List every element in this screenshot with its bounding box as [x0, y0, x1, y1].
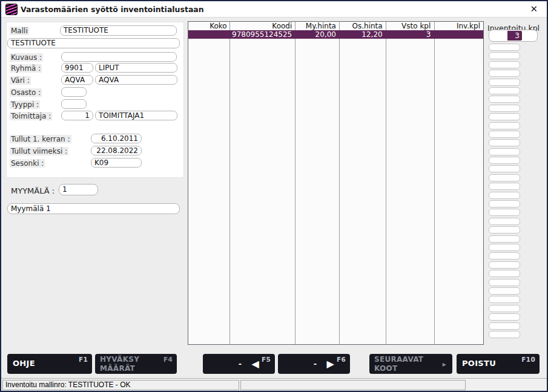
tullut-viimeksi-field[interactable]: 22.08.2022 — [91, 146, 142, 155]
hyvaksy-maarat-button[interactable]: HYVÄKSY MÄÄRÄT F4 — [95, 354, 177, 374]
malli-field[interactable]: TESTITUOTE — [60, 25, 177, 36]
size-table: Koko Koodi My.hinta Os.hinta Vsto kpl In… — [188, 21, 484, 345]
column-header-vstokpl: Vsto kpl — [386, 22, 434, 30]
text-caret — [521, 31, 522, 40]
inventory-input[interactable] — [489, 192, 520, 199]
inventory-input[interactable] — [489, 270, 520, 277]
inventory-input[interactable] — [489, 287, 520, 295]
next-size-button[interactable]: - ▶ F6 — [278, 354, 350, 374]
inventory-input[interactable] — [489, 226, 520, 234]
toimittaja-label: Toimittaja : — [10, 112, 52, 120]
window-title: Varastomäärien syöttö inventointialustaa… — [21, 5, 204, 14]
tyyppi-field[interactable] — [61, 99, 87, 109]
poistu-button-label: POISTU — [462, 359, 496, 368]
seuraavat-koot-button[interactable]: SEURAAVAT KOOT ▸ — [369, 354, 452, 374]
dash-label: - — [314, 359, 317, 368]
tyyppi-label: Tyyppi : — [10, 100, 40, 109]
myymala-name-field[interactable]: Myymälä 1 — [7, 203, 180, 214]
inventory-input[interactable] — [489, 105, 520, 112]
ryhma-name-field[interactable]: LIPUT — [95, 63, 177, 73]
inventory-input[interactable] — [489, 44, 520, 51]
inventory-input[interactable] — [489, 113, 520, 120]
column-header-myhinta: My.hinta — [295, 22, 339, 30]
close-icon[interactable]: ✕ — [530, 4, 538, 15]
inventory-input[interactable] — [489, 183, 520, 190]
ohje-button-label: OHJE — [13, 359, 35, 368]
osasto-field[interactable] — [61, 87, 87, 97]
sesonki-field[interactable]: K09 — [91, 158, 142, 168]
table-column-divider — [230, 22, 295, 344]
inventory-input[interactable] — [489, 70, 520, 77]
table-column-divider — [340, 22, 386, 344]
toimittaja-code-field[interactable]: 1 — [61, 111, 93, 120]
column-header-koko: Koko — [188, 22, 230, 30]
small-arrow-right-icon: ▸ — [443, 360, 446, 368]
f1-key-label: F1 — [79, 356, 88, 363]
cell-myhinta: 20,00 — [295, 30, 339, 39]
vari-code-field[interactable]: AQVA — [61, 75, 93, 85]
table-header: Koko Koodi My.hinta Os.hinta Vsto kpl In… — [188, 22, 483, 30]
inventory-rows — [489, 44, 520, 339]
inventory-input[interactable] — [489, 87, 520, 94]
cell-invkpl — [434, 30, 483, 39]
arrow-right-icon: ▶ — [326, 359, 334, 369]
table-row-selected[interactable]: 9780955124525 20,00 12,20 3 — [188, 30, 483, 39]
inventory-input[interactable] — [489, 261, 520, 269]
cell-vstokpl: 3 — [386, 30, 434, 39]
inventory-input[interactable] — [489, 252, 520, 260]
inventory-input[interactable] — [489, 200, 520, 207]
arrow-left-icon: ◀ — [251, 359, 259, 369]
vari-name-field[interactable]: AQVA — [95, 75, 177, 85]
inventory-input[interactable] — [489, 165, 520, 172]
cell-koko — [188, 30, 230, 39]
inventory-input[interactable] — [489, 313, 520, 321]
tullut-viimeksi-label: Tullut viimeksi : — [10, 147, 68, 155]
inventory-input[interactable] — [489, 61, 520, 68]
column-header-koodi: Koodi — [230, 22, 295, 30]
cell-koodi: 9780955124525 — [230, 30, 295, 39]
inventory-input[interactable] — [489, 122, 520, 129]
myymala-code-field[interactable]: 1 — [59, 184, 98, 195]
myymala-label: MYYMÄLÄ : — [10, 187, 56, 195]
ohje-button[interactable]: OHJE F1 — [7, 354, 92, 374]
poistu-button[interactable]: POISTU F10 — [457, 354, 540, 374]
inventory-input[interactable] — [489, 139, 520, 146]
status-panel-secondary — [240, 380, 466, 390]
inventory-input[interactable] — [489, 331, 520, 338]
hyvaksy-button-label: HYVÄKSY MÄÄRÄT — [100, 355, 151, 373]
inventory-input[interactable] — [489, 305, 520, 312]
previous-size-button[interactable]: - ◀ F5 — [203, 354, 275, 374]
inventory-input[interactable] — [489, 296, 520, 303]
inventory-input[interactable] — [489, 235, 520, 243]
kuvaus-label: Kuvaus : — [10, 53, 43, 62]
inventory-input-focused[interactable]: 3 — [489, 30, 538, 42]
inventory-input[interactable] — [489, 174, 520, 181]
column-header-invkpl: Inv.kpl — [434, 22, 483, 30]
inventory-input[interactable] — [489, 157, 520, 164]
inventory-input[interactable] — [489, 279, 520, 286]
inventory-input[interactable] — [489, 79, 520, 86]
kuvaus-field[interactable] — [61, 52, 177, 62]
ryhma-code-field[interactable]: 9901 — [61, 63, 93, 73]
app-window: Varastomäärien syöttö inventointialustaa… — [0, 0, 548, 392]
toimittaja-name-field[interactable]: TOIMITTAJA1 — [95, 111, 177, 120]
inventory-input[interactable] — [489, 218, 520, 225]
malli-name-field[interactable]: TESTITUOTE — [7, 38, 180, 48]
sesonki-label: Sesonki : — [10, 159, 45, 168]
column-header-oshinta: Os.hinta — [339, 22, 386, 30]
dash-label: - — [239, 359, 242, 368]
inventory-input[interactable] — [489, 96, 520, 103]
inventory-input[interactable] — [489, 322, 520, 330]
table-column-divider — [295, 22, 340, 344]
tullut-ensin-label: Tullut 1. kerran : — [10, 135, 71, 143]
selected-quantity-value: 3 — [507, 31, 521, 41]
inventory-input[interactable] — [489, 209, 520, 216]
inventory-input[interactable] — [489, 52, 520, 59]
inventory-input[interactable] — [489, 148, 520, 155]
inventory-input[interactable] — [489, 244, 520, 251]
inventory-input[interactable] — [489, 131, 520, 138]
seuraavat-button-label: SEURAAVAT KOOT — [374, 355, 426, 373]
status-bar: Inventoitu mallinro: TESTITUOTE - OK — [1, 378, 547, 391]
title-bar: Varastomäärien syöttö inventointialustaa… — [1, 1, 547, 18]
tullut-ensin-field[interactable]: 6.10.2011 — [91, 134, 142, 143]
